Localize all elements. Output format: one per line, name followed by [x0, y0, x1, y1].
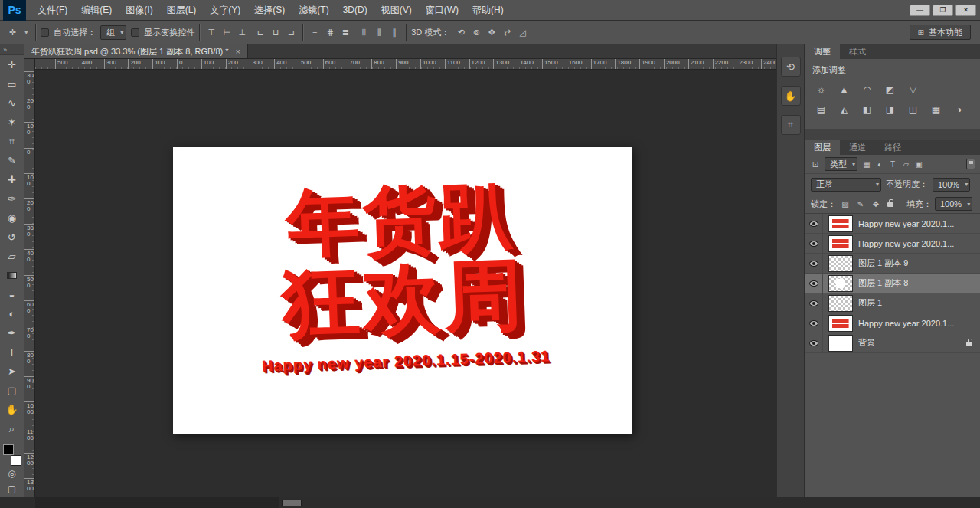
3d-rotate-icon[interactable]: ⟲	[454, 25, 468, 39]
lock-position-icon[interactable]: ✥	[870, 198, 882, 210]
dodge-tool[interactable]: ◐	[2, 304, 23, 323]
screen-mode-button[interactable]: ▢	[2, 481, 23, 497]
hand-tool[interactable]: ✋	[2, 400, 23, 419]
clone-stamp-tool[interactable]: ◉	[2, 208, 23, 228]
exposure-icon[interactable]: ◩	[881, 82, 899, 97]
distribute-bottom-icon[interactable]: ≣	[338, 25, 352, 39]
tab-layers[interactable]: 图层	[805, 140, 840, 155]
pen-tool[interactable]: ✒	[2, 323, 23, 342]
tool-preset-picker[interactable]: ✛	[6, 27, 31, 38]
align-top-icon[interactable]: ⊤	[204, 25, 218, 39]
layer-filter-dropdown[interactable]: 类型	[825, 157, 858, 171]
vibrance-icon[interactable]: ▽	[904, 82, 922, 97]
menu-item[interactable]: 滤镜(T)	[292, 0, 335, 21]
tab-styles[interactable]: 样式	[840, 44, 875, 59]
filter-type-icon[interactable]: T	[887, 158, 899, 170]
layer-name[interactable]: Happy new year 2020.1...	[858, 239, 954, 248]
layer-name[interactable]: Happy new year 2020.1...	[858, 219, 954, 228]
foreground-color-swatch[interactable]	[3, 444, 14, 455]
distribute-top-icon[interactable]: ≡	[308, 25, 322, 39]
history-brush-tool[interactable]: ↺	[2, 228, 23, 247]
curves-icon[interactable]: ◠	[858, 82, 876, 97]
layer-row[interactable]: 图层 1	[805, 293, 980, 313]
vertical-ruler[interactable]: 3002001000100200300400500600700800900100…	[24, 70, 35, 497]
photo-filter-icon[interactable]: ◨	[881, 102, 899, 116]
filter-pixel-icon[interactable]: ▦	[861, 158, 873, 170]
tab-close-icon[interactable]: ×	[236, 47, 240, 56]
type-tool[interactable]: T	[2, 342, 23, 362]
close-button[interactable]: ✕	[956, 5, 976, 16]
eyedropper-tool[interactable]: ✎	[2, 151, 23, 170]
horizontal-ruler[interactable]: 5004003002001000100200300400500600700800…	[35, 59, 776, 69]
quick-selection-tool[interactable]: ✶	[2, 113, 23, 132]
align-hcenter-icon[interactable]: ⊔	[269, 25, 283, 39]
distribute-left-icon[interactable]: ⫴	[357, 25, 371, 39]
status-scroll-handle[interactable]	[282, 500, 302, 506]
brightness-contrast-icon[interactable]: ☼	[812, 82, 830, 97]
color-swatches[interactable]	[2, 444, 22, 466]
restore-button[interactable]: ❐	[933, 5, 953, 16]
distribute-hcenter-icon[interactable]: ⫼	[372, 25, 386, 39]
toolbar-collapse-chevron[interactable]: »	[0, 44, 24, 55]
tab-adjustments[interactable]: 调整	[805, 44, 840, 59]
lasso-tool[interactable]: ∿	[2, 93, 23, 113]
menu-item[interactable]: 图像(I)	[119, 0, 159, 21]
menu-item[interactable]: 3D(D)	[336, 0, 374, 21]
layer-visibility-cell[interactable]	[805, 333, 823, 352]
align-left-icon[interactable]: ⊏	[253, 25, 267, 39]
layer-row[interactable]: 背景	[805, 333, 980, 353]
menu-item[interactable]: 文件(F)	[31, 0, 74, 21]
3d-drag-icon[interactable]: ✥	[485, 25, 498, 39]
gradient-tool[interactable]	[2, 266, 23, 285]
3d-slide-icon[interactable]: ⇄	[500, 25, 514, 39]
tab-paths[interactable]: 路径	[875, 140, 910, 155]
lock-all-icon[interactable]	[885, 198, 897, 210]
layer-name[interactable]: 图层 1 副本 9	[858, 257, 908, 269]
workspace-switcher[interactable]: ⊞ 基本功能	[910, 25, 971, 40]
layer-visibility-cell[interactable]	[805, 274, 823, 293]
menu-item[interactable]: 选择(S)	[247, 0, 292, 21]
auto-select-dropdown[interactable]: 组	[100, 25, 126, 40]
minimize-button[interactable]: —	[910, 5, 930, 16]
distribute-vcenter-icon[interactable]: ⋕	[323, 25, 337, 39]
quick-mask-button[interactable]: ◎	[2, 466, 23, 481]
color-balance-icon[interactable]: ◭	[835, 102, 853, 116]
ruler-corner[interactable]	[24, 59, 35, 70]
healing-brush-tool[interactable]: ✚	[2, 170, 23, 189]
zoom-tool[interactable]: ⌕	[2, 419, 23, 438]
layer-visibility-cell[interactable]	[805, 313, 823, 333]
tab-channels[interactable]: 通道	[840, 140, 875, 155]
layer-thumbnail[interactable]	[828, 295, 853, 312]
menu-item[interactable]: 图层(L)	[160, 0, 204, 21]
filter-toggle-switch[interactable]	[966, 159, 975, 169]
fill-dropdown[interactable]: 100%	[935, 197, 972, 211]
lock-transparency-icon[interactable]: ▨	[839, 198, 851, 210]
align-right-icon[interactable]: ⊐	[284, 25, 298, 39]
layer-thumbnail[interactable]	[828, 235, 853, 252]
show-transform-checkbox[interactable]	[131, 28, 139, 37]
rotate-view-panel-icon[interactable]: ✋	[781, 86, 801, 106]
rectangle-tool[interactable]: ▢	[2, 381, 23, 400]
blend-mode-dropdown[interactable]: 正常	[811, 178, 881, 192]
levels-icon[interactable]: ▲	[835, 82, 853, 97]
layer-thumbnail[interactable]	[828, 215, 853, 232]
brush-tool[interactable]: ✑	[2, 189, 23, 208]
layer-row[interactable]: Happy new year 2020.1...	[805, 313, 980, 333]
move-tool[interactable]: ✛	[2, 55, 23, 74]
invert-icon[interactable]: ◑	[950, 102, 968, 116]
background-color-swatch[interactable]	[11, 455, 21, 466]
canvas-workspace[interactable]: 年货趴 狂欢周 Happy new year 2020.1.15-2020.1.…	[35, 70, 776, 497]
blur-tool[interactable]: ◒	[2, 285, 23, 304]
eraser-tool[interactable]: ▱	[2, 247, 23, 266]
auto-select-checkbox[interactable]	[41, 28, 49, 37]
document-tab[interactable]: 年货趴狂欢周.psd @ 33.3% (图层 1 副本 8, RGB/8) * …	[24, 44, 248, 58]
menu-item[interactable]: 文字(Y)	[203, 0, 247, 21]
layer-row[interactable]: Happy new year 2020.1...	[805, 214, 980, 234]
layer-thumbnail[interactable]	[828, 255, 853, 272]
marquee-tool[interactable]: ▭	[2, 74, 23, 93]
opacity-dropdown[interactable]: 100%	[933, 178, 970, 192]
3d-scale-icon[interactable]: ◿	[515, 25, 529, 39]
hue-saturation-icon[interactable]: ▤	[812, 102, 830, 116]
menu-item[interactable]: 编辑(E)	[74, 0, 119, 21]
layer-row[interactable]: Happy new year 2020.1...	[805, 234, 980, 254]
